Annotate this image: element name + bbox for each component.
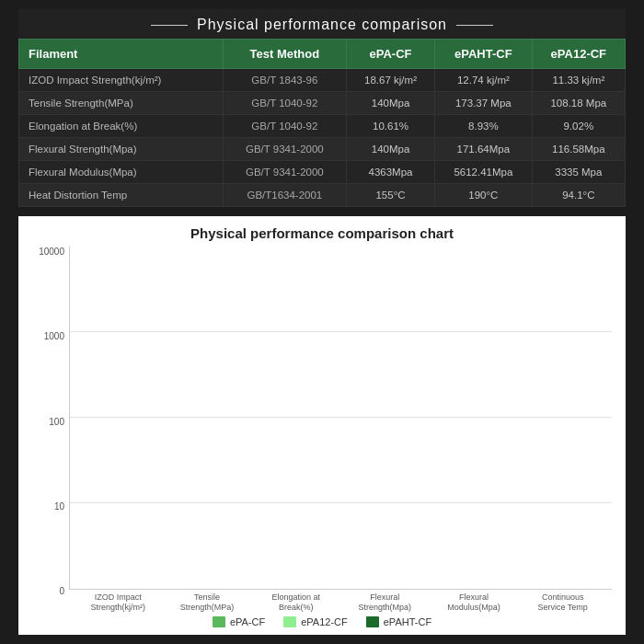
- table-cell-4-3: 5612.41Mpa: [435, 161, 533, 184]
- table-cell-0-2: 18.67 kj/m²: [347, 69, 435, 92]
- chart-area: 100001000100100 IZOD ImpactStrength(kj/m…: [32, 247, 612, 613]
- table-row: Elongation at Break(%)GB/T 1040-9210.61%…: [19, 115, 626, 138]
- table-cell-3-3: 171.64Mpa: [435, 138, 533, 161]
- table-cell-1-0: Tensile Strength(MPa): [19, 92, 224, 115]
- table-row: Heat Distortion TempGB/T1634-2001155°C19…: [19, 184, 626, 207]
- page-container: Physical performance comparison Filament…: [0, 0, 644, 644]
- table-header-row: Filament Test Method ePA-CF ePAHT-CF ePA…: [19, 40, 626, 69]
- col-header-epa-cf: ePA-CF: [347, 40, 435, 69]
- table-cell-5-2: 155°C: [347, 184, 435, 207]
- x-axis-label: ContinuousService Temp: [518, 592, 607, 613]
- y-axis-label: 100: [49, 417, 64, 427]
- table-cell-5-4: 94.1°C: [532, 184, 625, 207]
- x-axis-label: IZOD ImpactStrength(kj/m²): [74, 592, 163, 613]
- table-cell-5-0: Heat Distortion Temp: [19, 184, 224, 207]
- legend-item: ePA-CF: [213, 616, 265, 627]
- y-axis-label: 0: [59, 586, 64, 596]
- legend-color-swatch: [213, 616, 225, 627]
- table-cell-0-4: 11.33 kj/m²: [532, 69, 625, 92]
- table-row: Flexural Modulus(Mpa)GB/T 9341-20004363M…: [19, 161, 626, 184]
- x-axis-label: FlexuralStrength(Mpa): [340, 592, 430, 613]
- col-header-test-method: Test Method: [223, 40, 346, 69]
- legend-label: ePA12-CF: [301, 616, 348, 627]
- table-cell-3-0: Flexural Strength(Mpa): [19, 138, 224, 161]
- table-cell-2-2: 10.61%: [347, 115, 435, 138]
- chart-legend: ePA-CFePA12-CFePAHT-CF: [32, 613, 612, 627]
- table-cell-0-0: IZOD Impact Strength(kj/m²): [19, 69, 224, 92]
- legend-color-swatch: [366, 616, 379, 627]
- table-cell-2-4: 9.02%: [532, 115, 625, 138]
- page-title: Physical performance comparison: [197, 17, 447, 33]
- y-axis: 100001000100100: [32, 247, 69, 613]
- chart-inner: IZOD ImpactStrength(kj/m²)TensileStrengt…: [69, 247, 612, 613]
- table-row: Tensile Strength(MPa)GB/T 1040-92140Mpa1…: [19, 92, 626, 115]
- col-header-filament: Filament: [19, 40, 224, 69]
- table-cell-5-3: 190°C: [435, 184, 533, 207]
- table-cell-2-3: 8.93%: [435, 115, 533, 138]
- table-cell-3-1: GB/T 9341-2000: [223, 138, 346, 161]
- legend-color-swatch: [283, 616, 296, 627]
- table-cell-1-4: 108.18 Mpa: [532, 92, 625, 115]
- legend-item: ePA12-CF: [283, 616, 348, 627]
- table-cell-1-1: GB/T 1040-92: [223, 92, 346, 115]
- col-header-epa12-cf: ePA12-CF: [532, 40, 625, 69]
- table-row: Flexural Strength(Mpa)GB/T 9341-2000140M…: [19, 138, 626, 161]
- chart-section: Physical performance comparison chart 10…: [18, 216, 626, 635]
- legend-label: ePA-CF: [230, 616, 265, 627]
- y-axis-label: 1000: [44, 331, 64, 341]
- table-cell-4-4: 3335 Mpa: [532, 161, 625, 184]
- table-cell-3-4: 116.58Mpa: [532, 138, 625, 161]
- x-axis-label: TensileStrength(MPa): [163, 592, 252, 613]
- table-cell-4-2: 4363Mpa: [347, 161, 435, 184]
- table-cell-2-1: GB/T 1040-92: [223, 115, 346, 138]
- y-axis-label: 10000: [39, 247, 64, 257]
- table-cell-0-1: GB/T 1843-96: [223, 69, 346, 92]
- x-labels: IZOD ImpactStrength(kj/m²)TensileStrengt…: [69, 590, 612, 613]
- table-cell-1-2: 140Mpa: [347, 92, 435, 115]
- y-axis-label: 10: [54, 501, 64, 512]
- legend-label: ePAHT-CF: [384, 616, 431, 627]
- table-cell-5-1: GB/T1634-2001: [223, 184, 346, 207]
- col-header-epaht-cf: ePAHT-CF: [435, 40, 533, 69]
- table-cell-3-2: 140Mpa: [347, 138, 435, 161]
- chart-title: Physical performance comparison chart: [32, 225, 612, 241]
- x-axis-label: Elongation atBreak(%): [251, 592, 340, 613]
- bar-groups: [70, 247, 612, 589]
- table-section: Physical performance comparison Filament…: [18, 9, 626, 207]
- performance-table: Filament Test Method ePA-CF ePAHT-CF ePA…: [18, 39, 626, 207]
- table-row: IZOD Impact Strength(kj/m²)GB/T 1843-961…: [19, 69, 626, 92]
- legend-item: ePAHT-CF: [366, 616, 431, 627]
- section-title: Physical performance comparison: [18, 9, 626, 39]
- table-cell-4-0: Flexural Modulus(Mpa): [19, 161, 224, 184]
- bar-plot: [69, 247, 612, 590]
- table-cell-1-3: 173.37 Mpa: [435, 92, 533, 115]
- table-cell-4-1: GB/T 9341-2000: [223, 161, 346, 184]
- table-cell-2-0: Elongation at Break(%): [19, 115, 224, 138]
- table-cell-0-3: 12.74 kj/m²: [435, 69, 533, 92]
- x-axis-label: FlexuralModulus(Mpa): [430, 592, 519, 613]
